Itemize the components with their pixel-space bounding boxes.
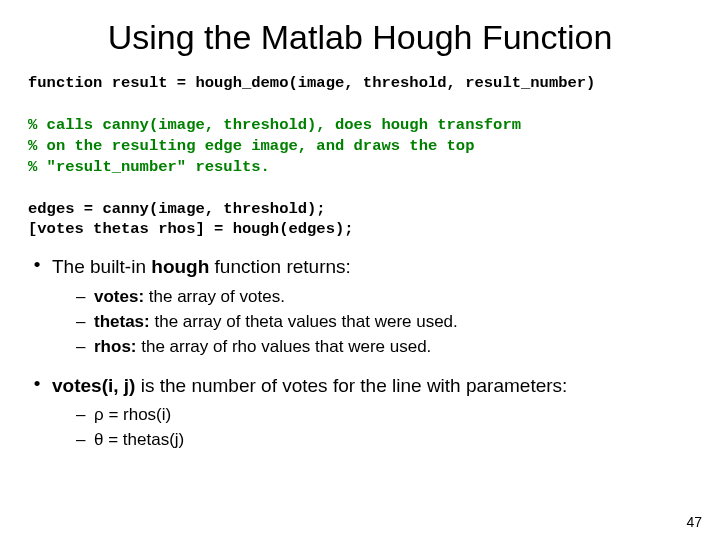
bullet-1-sub-1: –votes: the array of votes.: [76, 286, 692, 309]
dash-icon: –: [76, 336, 90, 359]
bullet-2: •votes(i, j) is the number of votes for …: [28, 373, 692, 399]
sub-bold: votes:: [94, 287, 144, 306]
code-line-1: edges = canny(image, threshold);: [28, 200, 326, 218]
bullet-1-pre: The built-in: [52, 256, 151, 277]
page-number: 47: [686, 514, 702, 530]
bullet-2-sub-1: –ρ = rhos(i): [76, 404, 692, 427]
sub-bold: thetas:: [94, 312, 150, 331]
sub-rest: the array of votes.: [144, 287, 285, 306]
bullet-list: •The built-in hough function returns: –v…: [28, 254, 692, 452]
sub-text: ρ = rhos(i): [94, 405, 171, 424]
bullet-2-bold: votes(i, j): [52, 375, 135, 396]
code-signature: function result = hough_demo(image, thre…: [28, 74, 595, 92]
bullet-1-text: The built-in hough function returns:: [52, 256, 351, 277]
dash-icon: –: [76, 311, 90, 334]
sub-rest: the array of theta values that were used…: [150, 312, 458, 331]
bullet-dot-icon: •: [28, 252, 46, 278]
bullet-2-text: votes(i, j) is the number of votes for t…: [52, 375, 567, 396]
bullet-dot-icon: •: [28, 371, 46, 397]
bullet-1-sub-2: –thetas: the array of theta values that …: [76, 311, 692, 334]
slide: Using the Matlab Hough Function function…: [0, 0, 720, 540]
sub-text: θ = thetas(j): [94, 430, 184, 449]
bullet-1-post: function returns:: [209, 256, 351, 277]
sub-bold: rhos:: [94, 337, 137, 356]
dash-icon: –: [76, 286, 90, 309]
bullet-1-bold: hough: [151, 256, 209, 277]
dash-icon: –: [76, 429, 90, 452]
code-line-2: [votes thetas rhos] = hough(edges);: [28, 220, 354, 238]
bullet-2-sub-2: –θ = thetas(j): [76, 429, 692, 452]
code-comment-3: % "result_number" results.: [28, 158, 270, 176]
slide-title: Using the Matlab Hough Function: [28, 18, 692, 57]
code-comment-2: % on the resulting edge image, and draws…: [28, 137, 474, 155]
bullet-2-post: is the number of votes for the line with…: [135, 375, 567, 396]
bullet-1-sub-3: –rhos: the array of rho values that were…: [76, 336, 692, 359]
bullet-1: •The built-in hough function returns:: [28, 254, 692, 280]
code-block: function result = hough_demo(image, thre…: [28, 73, 692, 240]
sub-rest: the array of rho values that were used.: [137, 337, 432, 356]
code-comment-1: % calls canny(image, threshold), does ho…: [28, 116, 521, 134]
dash-icon: –: [76, 404, 90, 427]
